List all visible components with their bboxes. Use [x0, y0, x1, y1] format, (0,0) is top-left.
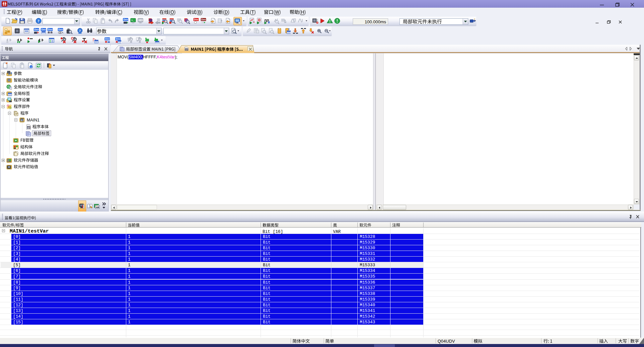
svg-text:Dev: Dev	[124, 18, 129, 21]
svg-text:Dev: Dev	[201, 18, 206, 21]
svg-text:HEX: HEX	[139, 19, 143, 21]
svg-text:Dev: Dev	[194, 18, 199, 21]
svg-text:Dev: Dev	[34, 28, 39, 31]
svg-text:?: ?	[37, 19, 39, 23]
svg-text:ST: ST	[27, 126, 30, 129]
svg-text:ST: ST	[21, 119, 24, 122]
svg-text:Dev: Dev	[116, 37, 121, 40]
svg-text:Dev: Dev	[105, 37, 110, 40]
svg-text:Dev: Dev	[41, 28, 46, 31]
svg-text:Dev: Dev	[48, 28, 53, 31]
svg-text:Dev: Dev	[58, 28, 63, 31]
svg-text:>_: >_	[131, 19, 134, 22]
svg-text:?: ?	[79, 29, 81, 33]
